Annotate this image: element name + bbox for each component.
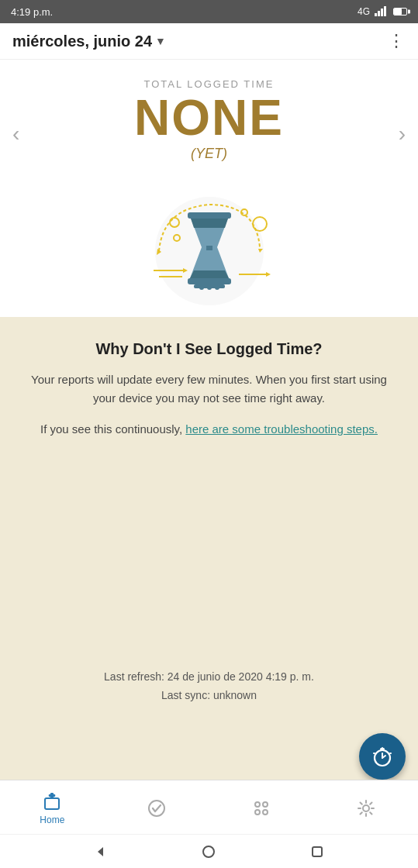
svg-rect-3: [384, 6, 386, 16]
signal-icon: [375, 5, 389, 19]
timer-fab[interactable]: [359, 733, 406, 780]
svg-rect-28: [373, 753, 375, 754]
none-text: NONE: [134, 93, 284, 143]
nav-settings[interactable]: [313, 797, 418, 819]
svg-point-38: [363, 805, 369, 811]
svg-marker-15: [266, 272, 271, 277]
refresh-info: Last refresh: 24 de junio de 2020 4:19 p…: [104, 668, 314, 705]
svg-point-33: [149, 801, 164, 816]
svg-rect-32: [45, 798, 59, 809]
info-body: Your reports will update every few minut…: [31, 370, 387, 408]
recents-button[interactable]: [309, 843, 326, 860]
system-nav-bar: [0, 834, 418, 868]
info-link-line: If you see this continuously, here are s…: [40, 420, 378, 439]
next-arrow[interactable]: ›: [399, 122, 406, 146]
svg-rect-18: [206, 246, 212, 250]
svg-point-37: [263, 810, 268, 815]
status-time: 4:19 p.m.: [11, 6, 53, 18]
chevron-down-icon: ▼: [155, 35, 166, 47]
home-button[interactable]: [200, 843, 217, 860]
svg-marker-39: [98, 847, 103, 856]
network-label: 4G: [358, 6, 370, 17]
link-prefix: If you see this continuously,: [40, 422, 185, 436]
svg-point-40: [203, 846, 214, 857]
nav-home[interactable]: Home: [0, 790, 105, 825]
status-icons: 4G: [358, 5, 407, 19]
svg-rect-27: [382, 747, 383, 749]
svg-rect-29: [389, 753, 392, 754]
menu-button[interactable]: ⋮: [388, 31, 406, 51]
total-logged-label: TOTAL LOGGED TIME: [144, 78, 275, 90]
back-button[interactable]: [92, 843, 109, 860]
svg-rect-0: [375, 13, 377, 16]
hourglass-illustration: [124, 177, 295, 317]
svg-point-35: [263, 802, 268, 807]
header-title[interactable]: miércoles, junio 24 ▼: [12, 33, 166, 50]
battery-icon: [393, 8, 407, 16]
fab-container: [0, 721, 418, 780]
nav-check[interactable]: [105, 797, 209, 819]
info-title: Why Don't I See Logged Time?: [95, 340, 322, 358]
main-white-section: ‹ › TOTAL LOGGED TIME NONE (YET): [0, 60, 418, 317]
troubleshooting-link[interactable]: here are some troubleshooting steps.: [185, 422, 378, 436]
svg-rect-2: [381, 9, 383, 16]
home-nav-label: Home: [40, 815, 64, 825]
svg-point-36: [255, 810, 260, 815]
svg-rect-41: [313, 847, 322, 856]
svg-rect-16: [188, 212, 231, 219]
svg-point-34: [255, 802, 260, 807]
bottom-nav: Home: [0, 780, 418, 834]
svg-rect-17: [188, 278, 231, 284]
app-header: miércoles, junio 24 ▼ ⋮: [0, 23, 418, 60]
last-sync: Last sync: unknown: [161, 689, 257, 701]
previous-arrow[interactable]: ‹: [12, 122, 19, 146]
status-bar: 4:19 p.m. 4G: [0, 0, 418, 23]
yet-text: (YET): [191, 146, 227, 162]
svg-rect-22: [194, 284, 225, 288]
info-section: Why Don't I See Logged Time? Your report…: [0, 317, 418, 721]
last-refresh: Last refresh: 24 de junio de 2020 4:19 p…: [104, 670, 314, 683]
date-title: miércoles, junio 24: [12, 33, 152, 50]
svg-rect-1: [378, 11, 380, 16]
nav-apps[interactable]: [209, 797, 314, 819]
svg-rect-31: [50, 793, 54, 798]
